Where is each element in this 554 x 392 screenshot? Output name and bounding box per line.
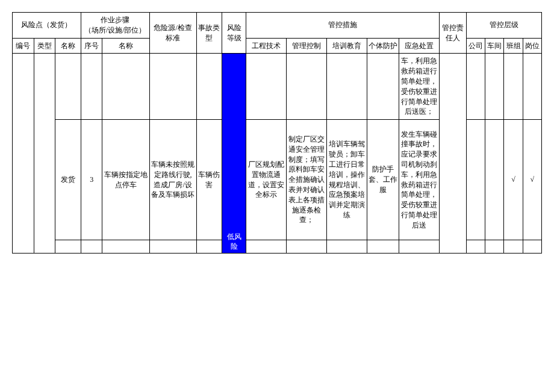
cell-ppe	[367, 240, 399, 254]
cell-team: √	[504, 120, 523, 240]
cell-training	[326, 54, 367, 120]
cell-emergency	[399, 240, 440, 254]
header-workshop: 车间	[485, 38, 504, 54]
cell-type	[34, 54, 55, 254]
cell-engineering	[246, 54, 287, 120]
cell-num	[13, 54, 34, 254]
cell-seq	[81, 240, 102, 254]
cell-emergency: 发生车辆碰撞事故时，应记录要求司机制动刹车，利用急救药箱进行简单处理，受伤较重进…	[399, 120, 440, 240]
header-emergency: 应急处置	[399, 38, 440, 54]
cell-workshop	[485, 54, 504, 120]
cell-ppe	[367, 54, 399, 120]
cell-engineering	[246, 240, 287, 254]
cell-step-name: 车辆按指定地点停车	[102, 120, 149, 240]
cell-engineering: 厂区规划配置物流通道，设置安全标示	[246, 120, 287, 240]
header-ppe: 个体防护	[367, 38, 399, 54]
cell-name	[55, 54, 81, 120]
header-num: 编号	[13, 38, 34, 54]
header-control-level: 管控层级	[466, 13, 541, 39]
cell-accident	[196, 240, 222, 254]
table-row: 低风险 车，利用急救药箱进行简单处理，受伤较重进行简单处理后送医；	[13, 54, 542, 120]
cell-company	[466, 120, 485, 240]
header-work-steps: 作业步骤 （场所/设施/部位）	[81, 13, 149, 39]
cell-team	[504, 54, 523, 120]
cell-workshop	[485, 240, 504, 254]
header-management: 管理控制	[287, 38, 327, 54]
cell-responsible	[440, 54, 467, 254]
header-engineering: 工程技术	[246, 38, 287, 54]
cell-seq	[81, 54, 102, 120]
header-step-name: 名称	[102, 38, 149, 54]
cell-accident: 车辆伤害	[196, 120, 222, 240]
cell-seq: 3	[81, 120, 102, 240]
cell-step-name	[102, 54, 149, 120]
header-name: 名称	[55, 38, 81, 54]
header-team: 班组	[504, 38, 523, 54]
cell-training: 培训车辆驾驶员；卸车工进行日常培训，操作规程培训、应急预案培训并定期演练	[326, 120, 367, 240]
cell-management: 制定厂区交通安全管理制度；填写原料卸车安全措施确认表并对确认表上各项措施逐条检查…	[287, 120, 327, 240]
header-seq: 序号	[81, 38, 102, 54]
cell-management	[287, 54, 327, 120]
cell-team	[504, 240, 523, 254]
cell-name	[55, 240, 81, 254]
header-hazard-check: 危险源/检查标准	[149, 13, 196, 54]
header-risk-level: 风险等级	[222, 13, 246, 54]
cell-management	[287, 240, 327, 254]
cell-risk-level: 低风险	[222, 54, 246, 254]
cell-post	[523, 240, 541, 254]
cell-name: 发货	[55, 120, 81, 240]
cell-training	[326, 240, 367, 254]
cell-company	[466, 54, 485, 120]
cell-hazard: 车辆未按照规定路线行驶,造成厂房/设备及车辆损坏	[149, 120, 196, 240]
cell-step-name	[102, 240, 149, 254]
header-accident-type: 事故类型	[196, 13, 222, 54]
cell-post: √	[523, 120, 541, 240]
header-post: 岗位	[523, 38, 541, 54]
header-training: 培训教育	[326, 38, 367, 54]
cell-hazard	[149, 54, 196, 120]
cell-ppe: 防护手套、工作服	[367, 120, 399, 240]
cell-post	[523, 54, 541, 120]
header-type: 类型	[34, 38, 55, 54]
header-risk-point: 风险点（发货）	[13, 13, 81, 39]
cell-hazard	[149, 240, 196, 254]
header-responsible: 管控责任人	[440, 13, 467, 54]
header-control-measures: 管控措施	[246, 13, 440, 39]
cell-accident	[196, 54, 222, 120]
cell-emergency: 车，利用急救药箱进行简单处理，受伤较重进行简单处理后送医；	[399, 54, 440, 120]
header-company: 公司	[466, 38, 485, 54]
cell-workshop	[485, 120, 504, 240]
cell-company	[466, 240, 485, 254]
